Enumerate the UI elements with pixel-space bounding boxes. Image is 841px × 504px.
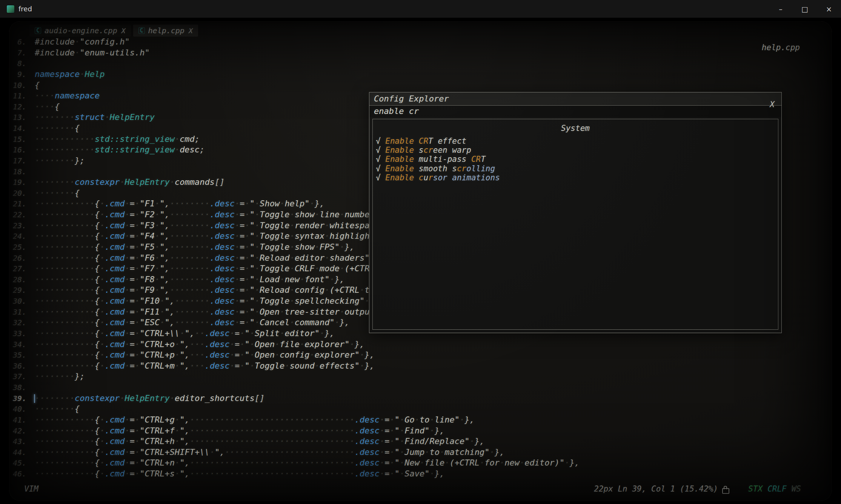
line-number: 27.: [9, 263, 28, 274]
line-number: 34.: [9, 339, 28, 350]
line-number: 7.: [9, 48, 28, 58]
popup-close-button[interactable]: X: [770, 100, 775, 109]
config-option[interactable]: √ Enable multi-pass CRT: [376, 155, 778, 164]
checkbox-checked-icon[interactable]: √: [376, 155, 385, 164]
maximize-button[interactable]: □: [793, 0, 817, 18]
checkbox-checked-icon[interactable]: √: [376, 137, 385, 146]
code-line[interactable]: 37.········};: [9, 371, 832, 382]
code-line[interactable]: 35.············{·.cmd·=·"CTRL+p·",···.de…: [9, 350, 832, 361]
config-option[interactable]: √ Enable screen warp: [376, 146, 778, 155]
minimize-button[interactable]: –: [769, 0, 793, 18]
status-flag-crlf: CRLF: [767, 484, 787, 493]
code-text: ····{: [35, 101, 60, 112]
tab-label: help.cpp: [148, 26, 184, 35]
crt-screen: 6.#include·"config.h"7.#include·"enum-ut…: [9, 21, 832, 501]
code-text: ············{·.cmd·=·"CTRL+s·",·········…: [35, 469, 444, 479]
checkbox-checked-icon[interactable]: √: [376, 173, 385, 182]
config-option[interactable]: √ Enable smooth scrolling: [376, 164, 778, 173]
line-number: 38.: [9, 382, 28, 393]
window-title: fred: [18, 5, 32, 13]
code-line[interactable]: 45.············{·.cmd·=·"CTRL+n·",······…: [9, 458, 832, 469]
code-line[interactable]: 10.{: [9, 80, 832, 91]
current-file-label: help.cpp: [762, 43, 800, 52]
match-highlight: Enable: [385, 155, 414, 164]
line-number: 8.: [9, 58, 28, 69]
code-text: ············{·.cmd·=·"ESC·",·······.desc…: [35, 317, 350, 328]
checkbox-checked-icon[interactable]: √: [376, 146, 385, 155]
line-number: 22.: [9, 209, 28, 220]
status-flag-stx: STX: [748, 484, 763, 493]
tab-help-cpp[interactable]: Chelp.cppX: [133, 25, 198, 37]
option-label-text: [414, 137, 419, 146]
code-text: ········};: [35, 155, 85, 166]
option-label-text: smooth s: [414, 164, 457, 173]
config-explorer-popup: Config Explorer X enable cr System √ Ena…: [369, 92, 782, 333]
match-highlight: c: [419, 173, 424, 182]
config-list-panel: System √ Enable CRT effect√ Enable scree…: [372, 119, 778, 330]
cpp-file-icon: C: [138, 27, 145, 34]
config-option[interactable]: √ Enable CRT effect: [376, 137, 778, 146]
code-text: ············{·.cmd·=·"CTRL+g·",·········…: [35, 415, 475, 426]
text-cursor: [34, 394, 35, 403]
line-number: 43.: [9, 436, 28, 447]
code-line[interactable]: 42.············{·.cmd·=·"CTRL+f·",······…: [9, 426, 832, 436]
code-text: ········{: [35, 123, 80, 134]
match-highlight: Enable: [385, 137, 414, 146]
code-line[interactable]: 40.········{: [9, 404, 832, 415]
code-text: ············{·.cmd·=·"CTRL+o·",···.desc·…: [35, 339, 364, 350]
code-line[interactable]: 8.: [9, 58, 832, 69]
code-text: ············{·.cmd·=·"F11·",·······.desc…: [35, 307, 395, 318]
tab-close-icon[interactable]: X: [189, 27, 193, 35]
code-text: ········{: [35, 188, 80, 199]
line-number: 42.: [9, 426, 28, 436]
line-number: 9.: [9, 69, 28, 80]
code-line[interactable]: 46.············{·.cmd·=·"CTRL+s·",······…: [9, 469, 832, 479]
option-label-text: s: [414, 146, 423, 155]
line-number: 30.: [9, 296, 28, 307]
match-highlight: cr: [423, 146, 433, 155]
line-number: 21.: [9, 198, 28, 209]
cpp-file-icon: C: [35, 27, 41, 34]
code-line[interactable]: 38.: [9, 382, 832, 393]
checkbox-checked-icon[interactable]: √: [376, 164, 385, 173]
line-number: 40.: [9, 404, 28, 415]
code-text: ············std::string_view·desc;: [35, 144, 204, 155]
config-search-input[interactable]: enable cr: [369, 106, 781, 117]
line-number: 12.: [9, 101, 28, 112]
option-label-text: olling: [466, 164, 495, 173]
code-line[interactable]: 34.············{·.cmd·=·"CTRL+o·",···.de…: [9, 339, 832, 350]
search-query-text: enable cr: [374, 106, 419, 116]
code-text: ········struct·HelpEntry: [35, 112, 155, 123]
line-number: 29.: [9, 285, 28, 296]
code-text: ········};: [35, 371, 85, 382]
code-line[interactable]: 39.········constexpr·HelpEntry·editor_sh…: [9, 393, 832, 404]
line-number: 35.: [9, 350, 28, 361]
code-line[interactable]: 9.namespace·Help: [9, 69, 832, 80]
line-number: 14.: [9, 123, 28, 134]
code-text: ············{·.cmd·=·"CTRL+p·",···.desc·…: [35, 350, 375, 361]
popup-title-bar[interactable]: Config Explorer: [369, 92, 781, 106]
tab-audio-engine-cpp[interactable]: Caudio-engine.cppX: [29, 25, 131, 37]
option-label-text: multi-pass: [414, 155, 471, 164]
match-highlight: Enable: [385, 146, 414, 155]
line-number: 15.: [9, 134, 28, 145]
line-number: 23.: [9, 220, 28, 231]
code-line[interactable]: 41.············{·.cmd·=·"CTRL+g·",······…: [9, 415, 832, 426]
code-line[interactable]: 7.#include·"enum-utils.h": [9, 48, 832, 58]
code-text: ············{·.cmd·=·"F5·",········.desc…: [35, 242, 355, 253]
line-number: 46.: [9, 469, 28, 479]
code-text: {: [35, 80, 40, 91]
close-button[interactable]: ×: [817, 0, 841, 18]
code-line[interactable]: 36.············{·.cmd·=·"CTRL+m·",···.de…: [9, 361, 832, 372]
line-number: 41.: [9, 415, 28, 426]
line-number: 32.: [9, 317, 28, 328]
line-number: 24.: [9, 231, 28, 242]
code-line[interactable]: 43.············{·.cmd·=·"CTRL+h·",······…: [9, 436, 832, 447]
code-line[interactable]: 6.#include·"config.h": [9, 37, 832, 48]
code-line[interactable]: 44.············{·.cmd·=·"CTRL+SHIFT+\\·"…: [9, 447, 832, 458]
code-text: ············{·.cmd·=·"CTRL+h·",·········…: [35, 436, 484, 447]
config-option[interactable]: √ Enable cursor animations: [376, 173, 778, 182]
option-label-text: een warp: [433, 146, 471, 155]
line-number: 19.: [9, 177, 28, 188]
tab-close-icon[interactable]: X: [121, 27, 126, 35]
